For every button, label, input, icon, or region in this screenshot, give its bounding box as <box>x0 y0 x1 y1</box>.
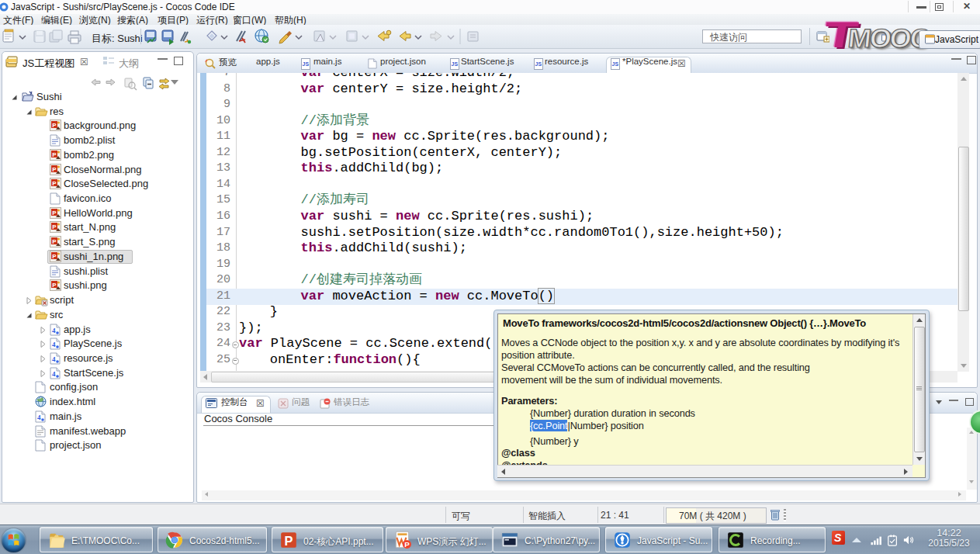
svg-text:P: P <box>52 282 57 289</box>
svg-text:P: P <box>285 534 293 548</box>
svg-text:P: P <box>52 180 57 187</box>
svg-text:P: P <box>52 253 57 260</box>
svg-text:4: 4 <box>52 341 56 348</box>
svg-text:P: P <box>52 122 57 129</box>
svg-text:4: 4 <box>52 370 56 378</box>
svg-text:P: P <box>404 540 410 549</box>
svg-text:4: 4 <box>52 327 56 334</box>
svg-text:P: P <box>52 209 57 216</box>
svg-text:4: 4 <box>37 414 41 421</box>
svg-text:P: P <box>52 151 57 158</box>
svg-text:P: P <box>52 166 57 173</box>
svg-text:P: P <box>52 223 57 230</box>
svg-text:4: 4 <box>52 355 56 363</box>
svg-text:P: P <box>52 238 57 245</box>
